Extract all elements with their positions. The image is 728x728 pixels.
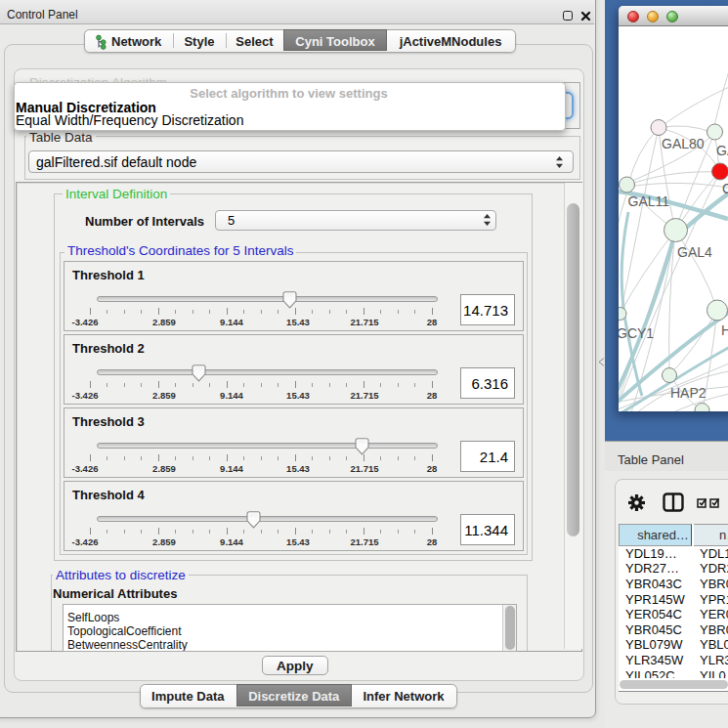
svg-text:GAL11: GAL11	[628, 193, 670, 209]
svg-text:GAL1: GAL1	[716, 143, 728, 158]
svg-text:HAP2: HAP2	[670, 385, 707, 401]
svg-text:CY: CY	[722, 181, 728, 196]
svg-text:GAL4: GAL4	[677, 244, 712, 260]
svg-text:GAL80: GAL80	[662, 136, 705, 151]
svg-text:HA: HA	[721, 322, 728, 338]
svg-text:GCY1: GCY1	[619, 325, 654, 341]
